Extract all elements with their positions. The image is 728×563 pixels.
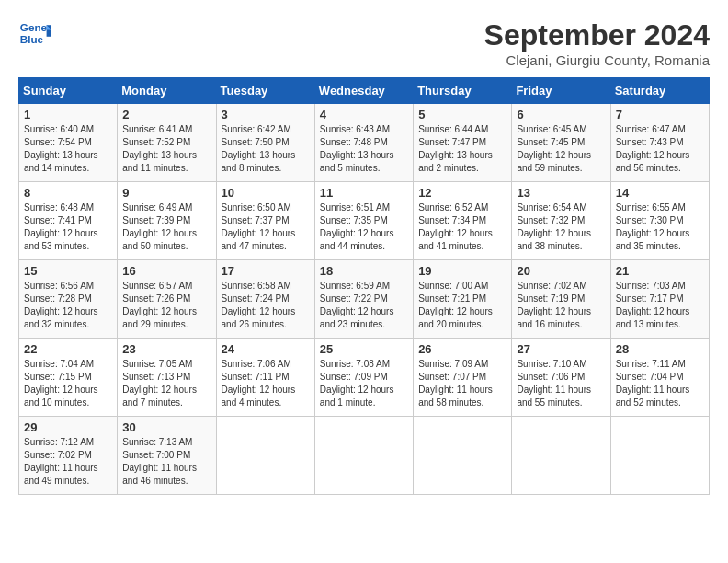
day-number: 29 — [24, 420, 112, 434]
calendar-cell: 9Sunrise: 6:49 AM Sunset: 7:39 PM Daylig… — [118, 182, 216, 260]
day-info: Sunrise: 7:06 AM Sunset: 7:11 PM Dayligh… — [222, 358, 310, 409]
day-number: 16 — [122, 264, 210, 278]
day-info: Sunrise: 7:09 AM Sunset: 7:07 PM Dayligh… — [418, 358, 506, 409]
calendar-cell: 15Sunrise: 6:56 AM Sunset: 7:28 PM Dayli… — [19, 260, 118, 339]
calendar-cell: 28Sunrise: 7:11 AM Sunset: 7:04 PM Dayli… — [610, 339, 709, 417]
day-info: Sunrise: 7:03 AM Sunset: 7:17 PM Dayligh… — [616, 280, 704, 331]
day-info: Sunrise: 6:40 AM Sunset: 7:54 PM Dayligh… — [24, 123, 112, 175]
day-number: 24 — [222, 342, 310, 356]
day-number: 2 — [122, 108, 210, 121]
header-row: SundayMondayTuesdayWednesdayThursdayFrid… — [19, 78, 710, 104]
day-info: Sunrise: 6:59 AM Sunset: 7:22 PM Dayligh… — [320, 280, 408, 331]
day-info: Sunrise: 6:55 AM Sunset: 7:30 PM Dayligh… — [616, 201, 704, 253]
calendar-cell: 24Sunrise: 7:06 AM Sunset: 7:11 PM Dayli… — [216, 339, 314, 417]
calendar-cell: 14Sunrise: 6:55 AM Sunset: 7:30 PM Dayli… — [610, 182, 709, 260]
day-info: Sunrise: 7:10 AM Sunset: 7:06 PM Dayligh… — [517, 358, 605, 409]
day-number: 15 — [24, 264, 112, 278]
day-number: 17 — [222, 264, 310, 278]
day-info: Sunrise: 6:54 AM Sunset: 7:32 PM Dayligh… — [517, 201, 605, 253]
day-number: 8 — [24, 186, 112, 200]
day-info: Sunrise: 7:04 AM Sunset: 7:15 PM Dayligh… — [24, 358, 112, 409]
day-info: Sunrise: 6:58 AM Sunset: 7:24 PM Dayligh… — [222, 280, 310, 331]
logo-icon: General Blue — [18, 18, 51, 52]
day-number: 5 — [418, 108, 506, 121]
calendar-cell: 18Sunrise: 6:59 AM Sunset: 7:22 PM Dayli… — [314, 260, 413, 339]
calendar-cell — [414, 417, 512, 495]
day-number: 7 — [616, 108, 704, 121]
col-header-friday: Friday — [512, 78, 610, 104]
day-number: 21 — [616, 264, 704, 278]
day-number: 12 — [418, 186, 506, 200]
calendar-cell: 20Sunrise: 7:02 AM Sunset: 7:19 PM Dayli… — [512, 260, 610, 339]
day-number: 28 — [616, 342, 704, 356]
day-number: 26 — [418, 342, 506, 356]
day-info: Sunrise: 7:08 AM Sunset: 7:09 PM Dayligh… — [320, 358, 408, 409]
calendar-cell — [512, 417, 610, 495]
day-info: Sunrise: 6:43 AM Sunset: 7:48 PM Dayligh… — [320, 123, 408, 175]
day-info: Sunrise: 7:00 AM Sunset: 7:21 PM Dayligh… — [418, 280, 506, 331]
calendar-cell — [314, 417, 413, 495]
calendar-cell: 11Sunrise: 6:51 AM Sunset: 7:35 PM Dayli… — [314, 182, 413, 260]
calendar-cell — [216, 417, 314, 495]
week-row-5: 29Sunrise: 7:12 AM Sunset: 7:02 PM Dayli… — [19, 417, 710, 495]
location-subtitle: Clejani, Giurgiu County, Romania — [484, 52, 710, 68]
week-row-2: 8Sunrise: 6:48 AM Sunset: 7:41 PM Daylig… — [19, 182, 710, 260]
day-number: 10 — [222, 186, 310, 200]
day-info: Sunrise: 6:52 AM Sunset: 7:34 PM Dayligh… — [418, 201, 506, 253]
title-block: September 2024 Clejani, Giurgiu County, … — [484, 18, 710, 68]
col-header-sunday: Sunday — [19, 78, 118, 104]
day-info: Sunrise: 6:57 AM Sunset: 7:26 PM Dayligh… — [122, 280, 210, 331]
svg-text:Blue: Blue — [20, 33, 44, 45]
day-info: Sunrise: 6:45 AM Sunset: 7:45 PM Dayligh… — [517, 123, 605, 175]
calendar-cell: 16Sunrise: 6:57 AM Sunset: 7:26 PM Dayli… — [118, 260, 216, 339]
day-info: Sunrise: 6:50 AM Sunset: 7:37 PM Dayligh… — [222, 201, 310, 253]
col-header-monday: Monday — [118, 78, 216, 104]
calendar-cell: 21Sunrise: 7:03 AM Sunset: 7:17 PM Dayli… — [610, 260, 709, 339]
calendar-cell: 23Sunrise: 7:05 AM Sunset: 7:13 PM Dayli… — [118, 339, 216, 417]
calendar-cell: 6Sunrise: 6:45 AM Sunset: 7:45 PM Daylig… — [512, 104, 610, 182]
day-info: Sunrise: 6:44 AM Sunset: 7:47 PM Dayligh… — [418, 123, 506, 175]
col-header-thursday: Thursday — [414, 78, 512, 104]
day-info: Sunrise: 7:11 AM Sunset: 7:04 PM Dayligh… — [616, 358, 704, 409]
calendar-cell: 26Sunrise: 7:09 AM Sunset: 7:07 PM Dayli… — [414, 339, 512, 417]
calendar-cell: 7Sunrise: 6:47 AM Sunset: 7:43 PM Daylig… — [610, 104, 709, 182]
day-info: Sunrise: 6:47 AM Sunset: 7:43 PM Dayligh… — [616, 123, 704, 175]
day-info: Sunrise: 6:48 AM Sunset: 7:41 PM Dayligh… — [24, 201, 112, 253]
month-title: September 2024 — [484, 18, 710, 52]
day-number: 19 — [418, 264, 506, 278]
day-number: 30 — [122, 420, 210, 434]
calendar-cell: 17Sunrise: 6:58 AM Sunset: 7:24 PM Dayli… — [216, 260, 314, 339]
calendar-table: SundayMondayTuesdayWednesdayThursdayFrid… — [18, 77, 710, 495]
day-info: Sunrise: 7:02 AM Sunset: 7:19 PM Dayligh… — [517, 280, 605, 331]
week-row-1: 1Sunrise: 6:40 AM Sunset: 7:54 PM Daylig… — [19, 104, 710, 182]
calendar-cell: 3Sunrise: 6:42 AM Sunset: 7:50 PM Daylig… — [216, 104, 314, 182]
calendar-cell: 30Sunrise: 7:13 AM Sunset: 7:00 PM Dayli… — [118, 417, 216, 495]
calendar-cell: 22Sunrise: 7:04 AM Sunset: 7:15 PM Dayli… — [19, 339, 118, 417]
calendar-cell — [610, 417, 709, 495]
week-row-4: 22Sunrise: 7:04 AM Sunset: 7:15 PM Dayli… — [19, 339, 710, 417]
calendar-cell: 10Sunrise: 6:50 AM Sunset: 7:37 PM Dayli… — [216, 182, 314, 260]
day-info: Sunrise: 7:05 AM Sunset: 7:13 PM Dayligh… — [122, 358, 210, 409]
day-number: 20 — [517, 264, 605, 278]
col-header-saturday: Saturday — [610, 78, 709, 104]
day-info: Sunrise: 6:41 AM Sunset: 7:52 PM Dayligh… — [122, 123, 210, 175]
calendar-cell: 5Sunrise: 6:44 AM Sunset: 7:47 PM Daylig… — [414, 104, 512, 182]
day-number: 1 — [24, 108, 112, 121]
page-header: General Blue September 2024 Clejani, Giu… — [18, 18, 710, 68]
day-info: Sunrise: 7:12 AM Sunset: 7:02 PM Dayligh… — [24, 436, 112, 488]
day-number: 18 — [320, 264, 408, 278]
day-number: 27 — [517, 342, 605, 356]
calendar-cell: 4Sunrise: 6:43 AM Sunset: 7:48 PM Daylig… — [314, 104, 413, 182]
day-number: 25 — [320, 342, 408, 356]
calendar-cell: 1Sunrise: 6:40 AM Sunset: 7:54 PM Daylig… — [19, 104, 118, 182]
day-number: 23 — [122, 342, 210, 356]
day-number: 6 — [517, 108, 605, 121]
day-number: 22 — [24, 342, 112, 356]
day-info: Sunrise: 6:49 AM Sunset: 7:39 PM Dayligh… — [122, 201, 210, 253]
day-number: 14 — [616, 186, 704, 200]
day-number: 3 — [222, 108, 310, 121]
calendar-cell: 29Sunrise: 7:12 AM Sunset: 7:02 PM Dayli… — [19, 417, 118, 495]
calendar-cell: 25Sunrise: 7:08 AM Sunset: 7:09 PM Dayli… — [314, 339, 413, 417]
day-info: Sunrise: 6:56 AM Sunset: 7:28 PM Dayligh… — [24, 280, 112, 331]
day-number: 11 — [320, 186, 408, 200]
